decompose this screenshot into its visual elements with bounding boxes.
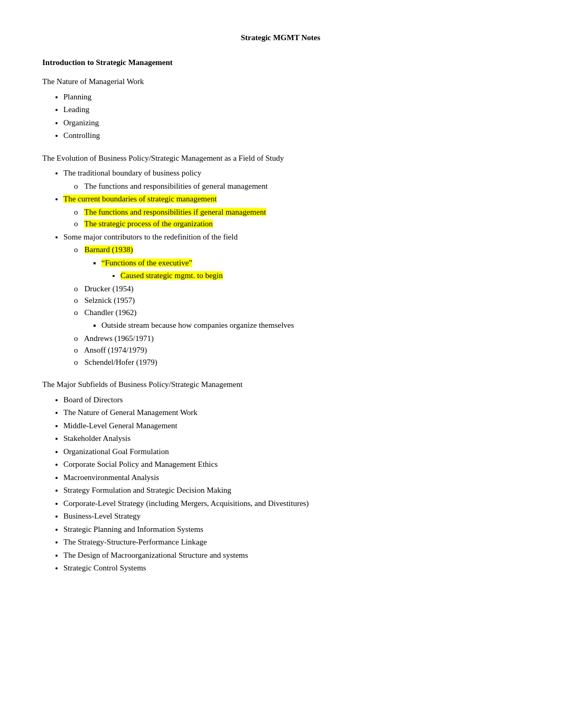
list-item: Ansoff (1974/1979) (82, 344, 519, 356)
drucker: Drucker (1954) (85, 284, 134, 293)
list-item: The functions and responsibilities if ge… (82, 206, 519, 218)
list-item: Business-Level Strategy (63, 510, 519, 522)
subfields-label: The Major Subfields of Business Policy/S… (42, 379, 519, 391)
intro-heading: Introduction to Strategic Management (42, 57, 519, 69)
caused-strategic: Caused strategic mgmt. to begin (120, 271, 223, 280)
list-item: The traditional boundary of business pol… (63, 167, 519, 192)
list-item: Corporate-Level Strategy (including Merg… (63, 497, 519, 510)
list-item: Caused strategic mgmt. to begin (120, 270, 519, 282)
list-item: Schendel/Hofer (1979) (82, 356, 519, 368)
list-item: The functions and responsibilities of ge… (82, 180, 519, 192)
list-item: Some major contributors to the redefinit… (63, 231, 519, 368)
list-item: The Design of Macroorganizational Struct… (63, 549, 519, 561)
list-item: The Nature of General Management Work (63, 407, 519, 419)
evolution-sub-1-0: The functions and responsibilities if ge… (84, 208, 266, 216)
functions-executive: “Functions of the executive” (101, 259, 192, 267)
evolution-item-2: Some major contributors to the redefinit… (63, 233, 238, 241)
page-title: Strategic MGMT Notes (42, 32, 519, 44)
list-item: Leading (63, 104, 519, 116)
list-item: Strategy Formulation and Strategic Decis… (63, 484, 519, 496)
evolution-sub-0: The functions and responsibilities of ge… (63, 180, 519, 192)
nature-work-label: The Nature of Managerial Work (42, 76, 519, 88)
list-item: The current boundaries of strategic mana… (63, 193, 519, 230)
list-item: Chandler (1962) Outside stream because h… (82, 307, 519, 331)
barnard: Barnard (1938) (85, 245, 133, 254)
list-item: Strategic Planning and Information Syste… (63, 523, 519, 536)
evolution-sub-1: The functions and responsibilities if ge… (63, 206, 519, 230)
list-item: Organizational Goal Formulation (63, 446, 519, 458)
list-item: Barnard (1938) “Functions of the executi… (82, 244, 519, 282)
evolution-label: The Evolution of Business Policy/Strateg… (42, 152, 519, 164)
list-item: Drucker (1954) (82, 283, 519, 295)
list-item: Controlling (63, 130, 519, 142)
functions-executive-sub: Caused strategic mgmt. to begin (101, 270, 519, 282)
list-item: “Functions of the executive” Caused stra… (101, 257, 519, 282)
evolution-sub-1-1: The strategic process of the organizatio… (84, 219, 212, 228)
chandler: Chandler (1962) (85, 308, 137, 317)
evolution-list: The traditional boundary of business pol… (42, 167, 519, 368)
barnard-sub: “Functions of the executive” Caused stra… (82, 257, 519, 282)
subfields-list: Board of Directors The Nature of General… (42, 394, 519, 574)
evolution-sub-2: Barnard (1938) “Functions of the executi… (63, 244, 519, 368)
list-item: Selznick (1957) (82, 294, 519, 307)
evolution-item-0: The traditional boundary of business pol… (63, 169, 201, 177)
outside-stream: Outside stream because how companies org… (101, 321, 294, 329)
list-item: Corporate Social Policy and Management E… (63, 458, 519, 471)
nature-work-list: Planning Leading Organizing Controlling (42, 91, 519, 142)
andrews: Andrews (1965/1971) (84, 334, 154, 343)
list-item: Macroenvironmental Analysis (63, 472, 519, 484)
list-item: Stakeholder Analysis (63, 432, 519, 445)
list-item: Strategic Control Systems (63, 562, 519, 574)
schendel-hofer: Schendel/Hofer (1979) (85, 358, 157, 366)
ansoff: Ansoff (1974/1979) (84, 346, 147, 354)
list-item: The Strategy-Structure-Performance Linka… (63, 536, 519, 548)
list-item: Outside stream because how companies org… (101, 319, 519, 331)
evolution-sub-0-0: The functions and responsibilities of ge… (84, 182, 267, 190)
chandler-sub: Outside stream because how companies org… (82, 319, 519, 331)
list-item: The strategic process of the organizatio… (82, 218, 519, 230)
list-item: Middle-Level General Management (63, 420, 519, 432)
list-item: Organizing (63, 117, 519, 129)
list-item: Board of Directors (63, 394, 519, 406)
selznick: Selznick (1957) (85, 296, 135, 305)
evolution-item-1: The current boundaries of strategic mana… (63, 195, 217, 203)
list-item: Andrews (1965/1971) (82, 333, 519, 345)
list-item: Planning (63, 91, 519, 103)
